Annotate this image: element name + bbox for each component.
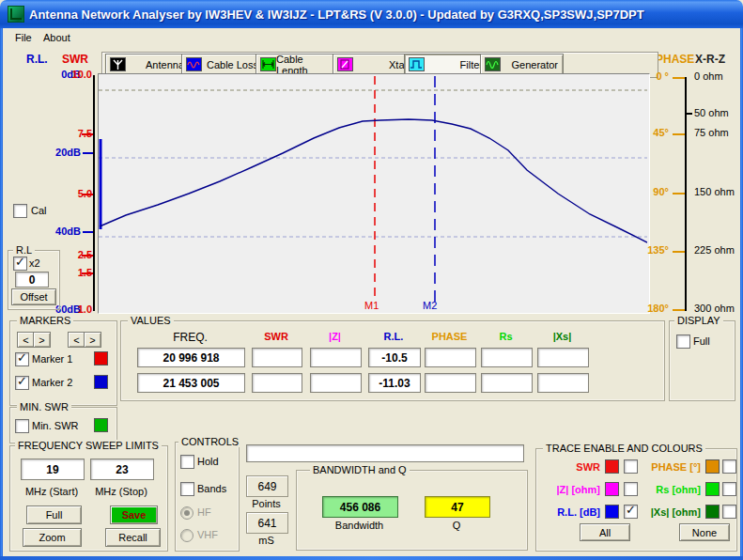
- sweep-chart[interactable]: M1 M2: [98, 73, 650, 314]
- swr-tick-label: 7.5: [53, 128, 92, 139]
- status-message-input[interactable]: [246, 444, 524, 462]
- m1-z-field[interactable]: [310, 348, 362, 367]
- rl-tick-40db: [83, 231, 93, 233]
- bands-checkbox[interactable]: [180, 482, 194, 496]
- ohm-tick-label: 150 ohm: [694, 186, 735, 197]
- vhf-radio[interactable]: [180, 529, 193, 542]
- stop-freq-field[interactable]: 23: [90, 459, 154, 480]
- values-header-freq: FREQ.: [137, 331, 243, 344]
- m2-swr-field[interactable]: [252, 373, 302, 393]
- generator-button[interactable]: Generator: [480, 54, 564, 75]
- cable-length-button[interactable]: Cable Length: [255, 54, 341, 75]
- marker1-label: M1: [364, 300, 379, 311]
- ohm-tick-label: 300 ohm: [694, 303, 735, 314]
- start-freq-label: MHz (Start): [21, 486, 83, 497]
- m1-phase-field[interactable]: [425, 348, 476, 367]
- min-swr-group-title: MIN. SWR: [17, 401, 71, 412]
- ohm-tick-label: 50 ohm: [694, 107, 729, 118]
- sweep-time-box: 641: [246, 512, 288, 534]
- marker1-next-button[interactable]: >: [33, 332, 51, 348]
- trace-phase-label: PHASE [°]: [639, 461, 701, 473]
- min-swr-checkbox[interactable]: [15, 419, 29, 433]
- trace-none-button[interactable]: None: [679, 523, 730, 541]
- antenna-button[interactable]: Antenna: [105, 54, 190, 75]
- marker2-color-swatch: [94, 375, 108, 389]
- markers-group-title: MARKERS: [17, 315, 73, 326]
- trace-rl-label: R.L. [dB]: [536, 506, 600, 518]
- cal-checkbox[interactable]: [13, 204, 27, 218]
- trace-rl-checkbox[interactable]: [624, 505, 638, 519]
- m1-rs-field[interactable]: [481, 348, 533, 367]
- bandwidth-value-box: 456 086: [322, 496, 398, 518]
- trace-xs-label: |Xs| [ohm]: [639, 506, 701, 518]
- marker1-label: Marker 1: [32, 353, 72, 365]
- display-full-checkbox[interactable]: [676, 334, 690, 349]
- display-group: [669, 320, 735, 401]
- menu-file[interactable]: File: [10, 30, 37, 45]
- m1-xs-field[interactable]: [537, 348, 589, 367]
- m2-rs-field[interactable]: [481, 373, 533, 393]
- hold-checkbox[interactable]: [180, 455, 194, 469]
- phase-tick-135: [673, 251, 685, 253]
- marker1-checkbox[interactable]: [15, 352, 29, 366]
- phase-tick-label: 45°: [627, 127, 669, 138]
- phase-tick-90: [673, 193, 685, 194]
- m2-rl-field[interactable]: -11.03: [368, 373, 421, 393]
- rl-tick-20db: [83, 152, 93, 154]
- m2-phase-field[interactable]: [425, 373, 476, 393]
- m2-xs-field[interactable]: [537, 373, 589, 393]
- trace-swr-checkbox[interactable]: [624, 459, 638, 474]
- x2-checkbox[interactable]: [13, 257, 27, 271]
- marker2-label: M2: [423, 300, 437, 311]
- filter-button[interactable]: Filter: [404, 54, 488, 75]
- left-axis-line: [93, 75, 95, 311]
- trace-rs-swatch: [705, 482, 720, 496]
- values-header-xs: |Xs|: [537, 331, 587, 342]
- m2-z-field[interactable]: [310, 373, 362, 393]
- phase-tick-label: 180°: [627, 303, 669, 314]
- marker2-next-button[interactable]: >: [84, 332, 101, 348]
- trace-xs-checkbox[interactable]: [722, 505, 736, 519]
- min-swr-color-swatch: [94, 418, 108, 432]
- swr-axis-title: SWR: [62, 53, 88, 66]
- antenna-icon: [110, 57, 126, 71]
- m1-swr-field[interactable]: [252, 348, 302, 367]
- offset-button[interactable]: Offset: [11, 288, 56, 305]
- phase-tick-45: [673, 133, 685, 135]
- full-sweep-button[interactable]: Full: [26, 506, 82, 524]
- bands-label: Bands: [197, 483, 226, 494]
- min-swr-label: Min. SWR: [32, 420, 79, 431]
- m1-freq-field[interactable]: 20 996 918: [137, 348, 245, 367]
- menu-about[interactable]: About: [39, 30, 75, 45]
- rl-axis-title: R.L.: [26, 53, 48, 66]
- m1-rl-field[interactable]: -10.5: [368, 348, 421, 367]
- zoom-button[interactable]: Zoom: [23, 528, 82, 547]
- marker2-checkbox[interactable]: [15, 376, 29, 390]
- trace-z-swatch: [605, 482, 619, 496]
- save-button[interactable]: Save: [110, 506, 158, 524]
- trace-z-checkbox[interactable]: [624, 482, 638, 496]
- hf-radio[interactable]: [180, 506, 193, 520]
- trace-rs-checkbox[interactable]: [722, 482, 736, 496]
- rl-tick-label: 20dB: [38, 147, 81, 158]
- trace-phase-checkbox[interactable]: [722, 459, 736, 474]
- cable-loss-button[interactable]: Cable Loss: [181, 54, 264, 75]
- trace-xs-swatch: [705, 505, 720, 519]
- title-bar[interactable]: Antenna Network Analyser by IW3HEV & IW3…: [0, 0, 743, 28]
- xtal-button[interactable]: Xtal: [333, 54, 412, 75]
- recall-button[interactable]: Recall: [105, 528, 161, 547]
- rl-tick-label: 40dB: [38, 226, 81, 237]
- m2-freq-field[interactable]: 21 453 005: [137, 373, 245, 393]
- controls-group-title: CONTROLS: [178, 436, 241, 447]
- start-freq-field[interactable]: 19: [21, 459, 85, 480]
- ohm-tick-label: 0 ohm: [694, 70, 723, 82]
- app-icon: [8, 6, 24, 23]
- offset-value-field[interactable]: 0: [15, 272, 49, 288]
- trace-all-button[interactable]: All: [580, 523, 630, 541]
- bandwidth-group-title: BANDWIDTH and Q: [310, 464, 410, 475]
- trace-swr-label: SWR: [536, 461, 600, 473]
- app-window: Antenna Network Analyser by IW3HEV & IW3…: [0, 0, 743, 560]
- phase-axis-title: PHASE: [656, 53, 694, 66]
- hold-label: Hold: [197, 456, 219, 467]
- phase-tick-label: 135°: [627, 244, 669, 256]
